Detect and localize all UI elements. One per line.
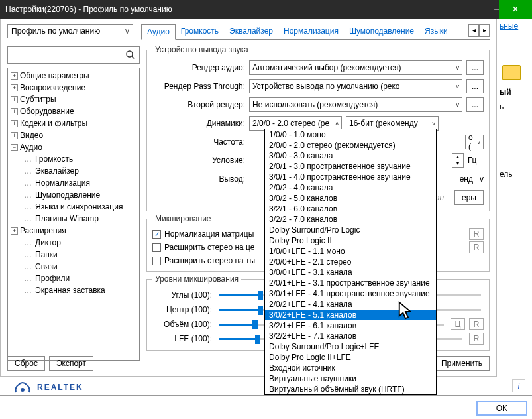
r-button[interactable]: R bbox=[469, 241, 484, 253]
app-close-button[interactable]: × bbox=[499, 0, 532, 19]
dropdown-item[interactable]: Виртуальные наушники bbox=[265, 373, 436, 384]
more-button[interactable]: ... bbox=[466, 79, 484, 93]
slider-label: Центр (100): bbox=[152, 305, 212, 314]
tree-item: +Воспроизведение bbox=[9, 82, 138, 93]
more-button[interactable]: ... bbox=[466, 60, 484, 75]
dropdown-item[interactable]: 2/0/1+LFE - 3.1 пространственное звучани… bbox=[265, 278, 436, 288]
expand-icon[interactable]: + bbox=[11, 227, 18, 235]
expand-icon[interactable]: + bbox=[11, 84, 18, 91]
dropdown-item[interactable]: 2/0/1 - 3.0 пространственное звучание bbox=[265, 161, 436, 172]
tree-item: +Расширения bbox=[9, 225, 138, 237]
link-fragment[interactable]: ьные bbox=[497, 19, 532, 33]
expand-icon[interactable]: + bbox=[11, 72, 18, 80]
slider-label: Углы (100): bbox=[152, 290, 212, 300]
chevron-down-icon: v bbox=[433, 120, 436, 127]
tree-item: …Папки bbox=[9, 249, 138, 261]
label: Второй рендер: bbox=[152, 100, 245, 109]
dropdown-item[interactable]: 3/0/1 - 4.0 пространственное звучание bbox=[265, 172, 436, 182]
tab-volume[interactable]: Громкость bbox=[176, 24, 224, 39]
checkbox-label[interactable]: Расширить стерео на це bbox=[164, 243, 255, 252]
r-button[interactable]: R bbox=[469, 228, 484, 240]
dropdown-item[interactable]: 2/0/2 - 4.0 канала bbox=[265, 182, 436, 193]
render-audio-select[interactable]: Автоматический выбор (рекомендуется)v bbox=[249, 60, 462, 75]
checkbox[interactable] bbox=[152, 243, 161, 252]
reset-button[interactable]: Сброс bbox=[7, 356, 45, 371]
tab-audio[interactable]: Аудио bbox=[141, 24, 176, 40]
tab-noise[interactable]: Шумоподавление bbox=[344, 24, 419, 39]
tree-item-audio: −Аудио bbox=[9, 141, 138, 153]
r-button[interactable]: R bbox=[469, 333, 484, 345]
info-icon[interactable]: i bbox=[512, 379, 525, 392]
tree-item: …Громкость bbox=[9, 153, 138, 165]
tree-item: …Профили bbox=[9, 272, 138, 284]
checkbox-label[interactable]: Расширить стерео на ты bbox=[164, 256, 255, 265]
dropdown-item[interactable]: 2/0/0 - 2.0 стерео (рекомендуется) bbox=[265, 140, 436, 150]
group-legend: Микширование bbox=[152, 214, 214, 223]
search-input[interactable] bbox=[7, 46, 140, 64]
dropdown-item[interactable]: Dolby Pro Logic II+LFE bbox=[265, 352, 436, 363]
tree-item: …Диктор bbox=[9, 237, 138, 249]
r-button[interactable]: R bbox=[469, 318, 484, 330]
dropdown-item[interactable]: 3/2/1+LFE - 6.1 каналов bbox=[265, 320, 436, 331]
second-render-select[interactable]: Не использовать (рекомендуется)v bbox=[249, 97, 462, 112]
tab-scroll-left[interactable]: ◂ bbox=[468, 24, 479, 37]
dropdown-item[interactable]: 3/2/1 - 6.0 каналов bbox=[265, 204, 436, 214]
tree-item: …Связи bbox=[9, 261, 138, 272]
freq-select[interactable]: о (v bbox=[465, 135, 484, 149]
cursor-icon bbox=[397, 301, 417, 321]
profile-selector[interactable]: Профиль по умолчанию v bbox=[7, 24, 133, 38]
tree-item: …Нормализация bbox=[9, 177, 138, 189]
slider-label: Объём (100): bbox=[152, 320, 212, 329]
checkbox[interactable] bbox=[152, 257, 161, 265]
checkbox-checked[interactable]: ✓ bbox=[152, 230, 161, 239]
dropdown-item[interactable]: Dolby Surround/Pro Logic bbox=[265, 225, 436, 235]
apply-button[interactable]: Применить bbox=[434, 356, 490, 371]
background-window-fragment: ьные ый ь ель bbox=[497, 19, 532, 377]
expand-icon[interactable]: + bbox=[11, 96, 18, 103]
ok-button[interactable]: OK bbox=[477, 402, 527, 415]
settings-tree[interactable]: +Общие параметры +Воспроизведение +Субти… bbox=[7, 68, 140, 361]
tab-scroll-right[interactable]: ▸ bbox=[479, 24, 490, 37]
titlebar: Настройки(220706) - Профиль по умолчанию… bbox=[0, 0, 532, 19]
chevron-up-icon: ʌ bbox=[335, 120, 339, 127]
dropdown-item[interactable]: 1/0/0 - 1.0 моно bbox=[265, 129, 436, 140]
dropdown-item[interactable]: 1/0/0+LFE - 1.1 моно bbox=[265, 246, 436, 257]
checkbox-label[interactable]: Нормализация матрицы bbox=[164, 229, 254, 239]
dropdown-item[interactable]: 3/0/0+LFE - 3.1 канала bbox=[265, 267, 436, 278]
label: Частота: bbox=[152, 137, 245, 147]
speakers-dropdown[interactable]: 1/0/0 - 1.0 моно2/0/0 - 2.0 стерео (реко… bbox=[264, 129, 437, 395]
label: Условие: bbox=[152, 156, 245, 165]
c-button[interactable]: Ц bbox=[451, 318, 465, 330]
tab-normalization[interactable]: Нормализация bbox=[278, 24, 344, 39]
dropdown-item[interactable]: Dolby Pro Logic II bbox=[265, 235, 436, 246]
more-button[interactable]: ... bbox=[466, 97, 484, 112]
tree-item: +Оборудование bbox=[9, 105, 138, 117]
tab-lang[interactable]: Языки bbox=[419, 24, 453, 39]
spinner[interactable]: ▴▾ bbox=[452, 153, 464, 168]
expand-icon[interactable]: + bbox=[11, 108, 18, 115]
multichan-button[interactable]: еры bbox=[454, 190, 484, 205]
label: Рендер аудио: bbox=[152, 63, 245, 72]
expand-icon[interactable]: + bbox=[11, 132, 18, 139]
dropdown-item[interactable]: Входной источник bbox=[265, 363, 436, 373]
dropdown-item[interactable]: Виртуальный объёмный звук (HRTF) bbox=[265, 384, 436, 394]
dropdown-item[interactable]: 3/0/0 - 3.0 канала bbox=[265, 150, 436, 161]
expand-icon[interactable]: + bbox=[11, 120, 18, 127]
chevron-down-icon: v bbox=[456, 64, 460, 71]
tree-item: …Эквалайзер bbox=[9, 165, 138, 177]
dropdown-item[interactable]: 3/0/1+LFE - 4.1 пространственное звучани… bbox=[265, 288, 436, 299]
passthrough-select[interactable]: Устройство вывода по умолчанию (рекоv bbox=[249, 79, 462, 93]
svg-point-0 bbox=[127, 51, 133, 57]
dropdown-item[interactable]: 3/0/2 - 5.0 каналов bbox=[265, 193, 436, 204]
folder-icon bbox=[502, 65, 521, 80]
chevron-down-icon: v bbox=[478, 139, 481, 145]
dropdown-item[interactable]: 2/0/0+LFE - 2.1 стерео bbox=[265, 257, 436, 267]
dropdown-item[interactable]: 3/2/2 - 7.0 каналов bbox=[265, 214, 436, 225]
svg-line-1 bbox=[132, 56, 134, 59]
dropdown-item[interactable]: 3/2/2+LFE - 7.1 каналов bbox=[265, 331, 436, 341]
export-button[interactable]: Экспорт bbox=[49, 356, 93, 371]
collapse-icon[interactable]: − bbox=[11, 144, 18, 151]
dropdown-item[interactable]: Dolby Surround/Pro Logic+LFE bbox=[265, 341, 436, 352]
tab-equalizer[interactable]: Эквалайзер bbox=[224, 24, 278, 39]
tree-item: +Общие параметры bbox=[9, 70, 138, 82]
